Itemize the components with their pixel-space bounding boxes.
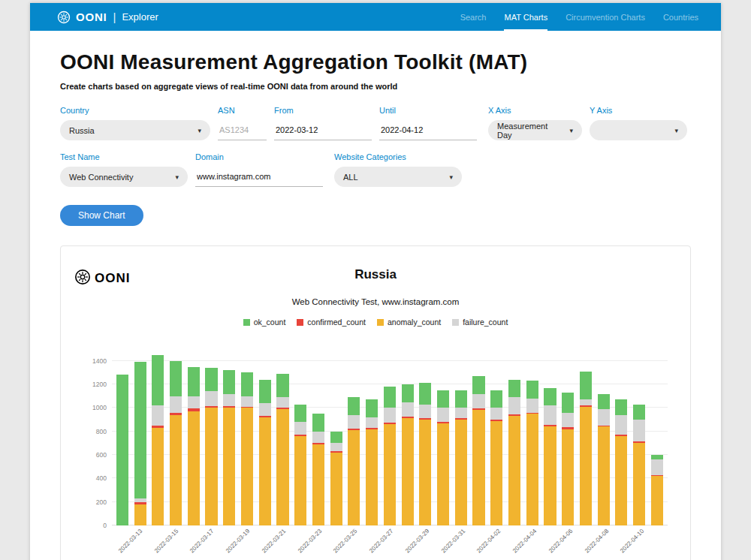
stacked-bar[interactable]	[651, 455, 663, 525]
x-tick-label: 2022-03-23	[297, 528, 323, 554]
x-tick-label: 2022-03-21	[261, 528, 287, 554]
top-nav-bar: OONI | Explorer SearchMAT ChartsCircumve…	[30, 3, 721, 31]
brand[interactable]: OONI | Explorer	[57, 11, 158, 24]
legend-item-ok_count[interactable]: ok_count	[243, 318, 286, 327]
filter-row-1: Country Russia ▾ ASN From Until X Axis	[60, 106, 691, 140]
bar-segment-failure_count	[170, 396, 182, 414]
stacked-bar[interactable]	[615, 399, 627, 525]
bar-segment-failure_count	[419, 405, 431, 418]
bar-segment-failure_count	[633, 420, 645, 441]
stacked-bar[interactable]	[276, 374, 288, 525]
legend-swatch	[243, 319, 250, 326]
x-axis-select[interactable]: Measurement Day ▾	[488, 120, 582, 140]
stacked-bar[interactable]	[526, 381, 538, 525]
bar-slot	[399, 349, 417, 525]
bar-segment-failure_count	[152, 405, 164, 426]
website-categories-label: Website Categories	[334, 152, 462, 161]
chart-title: Russia	[73, 267, 678, 282]
bar-segment-ok_count	[455, 390, 467, 408]
nav-item-circumvention-charts[interactable]: Circumvention Charts	[566, 3, 645, 31]
chart-area: 0200400600800100012001400 2022-03-132022…	[73, 349, 668, 560]
bar-segment-ok_count	[544, 388, 556, 406]
until-date-input[interactable]	[379, 120, 477, 140]
stacked-bar[interactable]	[633, 405, 645, 525]
stacked-bar[interactable]	[312, 414, 324, 525]
stacked-bar[interactable]	[294, 405, 306, 525]
stacked-bar[interactable]	[402, 384, 414, 525]
show-chart-button[interactable]: Show Chart	[60, 205, 143, 226]
bar-segment-failure_count	[490, 408, 502, 420]
stacked-bar[interactable]	[366, 399, 378, 525]
until-label: Until	[379, 106, 477, 115]
bar-segment-anomaly_count	[472, 410, 484, 525]
test-name-value: Web Connectivity	[69, 173, 133, 182]
plot-area: 0200400600800100012001400	[112, 349, 668, 525]
stacked-bar[interactable]	[562, 393, 574, 525]
bar-segment-ok_count	[526, 381, 538, 399]
y-axis-select[interactable]: ▾	[590, 120, 687, 140]
x-tick-label: 2022-04-02	[475, 528, 502, 554]
legend-item-anomaly_count[interactable]: anomaly_count	[377, 318, 441, 327]
stacked-bar[interactable]	[508, 380, 520, 525]
bar-segment-anomaly_count	[188, 411, 200, 525]
website-categories-select[interactable]: ALL ▾	[334, 167, 462, 187]
legend-item-confirmed_count[interactable]: confirmed_count	[297, 318, 366, 327]
stacked-bar[interactable]	[348, 397, 360, 525]
bar-segment-anomaly_count	[134, 504, 146, 525]
y-axis-field: Y Axis ▾	[590, 106, 687, 140]
stacked-bar[interactable]	[419, 383, 431, 525]
page-subtitle: Create charts based on aggregate views o…	[60, 82, 691, 91]
stacked-bar[interactable]	[544, 388, 556, 525]
bar-slot	[167, 349, 185, 525]
bar-segment-failure_count	[223, 394, 235, 406]
bar-segment-ok_count	[116, 375, 128, 525]
bar-segment-ok_count	[312, 414, 324, 432]
asn-input[interactable]	[218, 120, 267, 140]
bar-segment-anomaly_count	[455, 420, 467, 525]
stacked-bar[interactable]	[330, 432, 342, 525]
bar-segment-failure_count	[508, 397, 520, 414]
bar-segment-ok_count	[490, 390, 502, 408]
legend-item-failure_count[interactable]: failure_count	[452, 318, 508, 327]
stacked-bar[interactable]	[116, 375, 128, 525]
stacked-bar[interactable]	[490, 390, 502, 525]
stacked-bar[interactable]	[241, 372, 253, 525]
bar-slot	[595, 349, 613, 525]
from-date-input[interactable]	[274, 120, 372, 140]
bar-segment-failure_count	[651, 459, 663, 475]
bar-slot	[185, 349, 203, 525]
nav-item-mat-charts[interactable]: MAT Charts	[504, 3, 547, 31]
y-tick-label: 1000	[92, 404, 107, 411]
x-tick-label: 2022-03-13	[117, 528, 143, 554]
stacked-bar[interactable]	[384, 387, 396, 525]
nav-item-search[interactable]: Search	[460, 3, 487, 31]
chart-legend: ok_countconfirmed_countanomaly_countfail…	[73, 318, 678, 327]
bar-slot	[149, 349, 167, 525]
nav-item-countries[interactable]: Countries	[663, 3, 698, 31]
legend-label: ok_count	[254, 318, 286, 327]
country-select[interactable]: Russia ▾	[60, 120, 210, 140]
stacked-bar[interactable]	[259, 380, 271, 525]
stacked-bar[interactable]	[223, 370, 235, 525]
stacked-bar[interactable]	[170, 361, 182, 525]
stacked-bar[interactable]	[134, 362, 146, 525]
bar-segment-anomaly_count	[366, 429, 378, 525]
chart-ooni-logo: OONI	[74, 269, 130, 288]
stacked-bar[interactable]	[455, 390, 467, 525]
stacked-bar[interactable]	[437, 390, 449, 525]
stacked-bar[interactable]	[205, 368, 217, 525]
stacked-bar[interactable]	[580, 372, 592, 525]
bar-slot	[470, 349, 488, 525]
stacked-bar[interactable]	[472, 376, 484, 525]
domain-input[interactable]	[195, 167, 323, 187]
stacked-bar[interactable]	[188, 367, 200, 525]
stacked-bar[interactable]	[152, 355, 164, 525]
stacked-bar[interactable]	[598, 394, 610, 525]
x-tick-label: 2022-03-25	[332, 528, 358, 554]
y-tick-label: 0	[103, 522, 107, 529]
bar-segment-anomaly_count	[223, 408, 235, 525]
test-name-select[interactable]: Web Connectivity ▾	[60, 167, 188, 187]
chart-subtitle: Web Connectivity Test, www.instagram.com	[73, 297, 678, 306]
filter-row-2: Test Name Web Connectivity ▾ Domain Webs…	[60, 152, 691, 187]
bar-segment-failure_count	[312, 432, 324, 444]
